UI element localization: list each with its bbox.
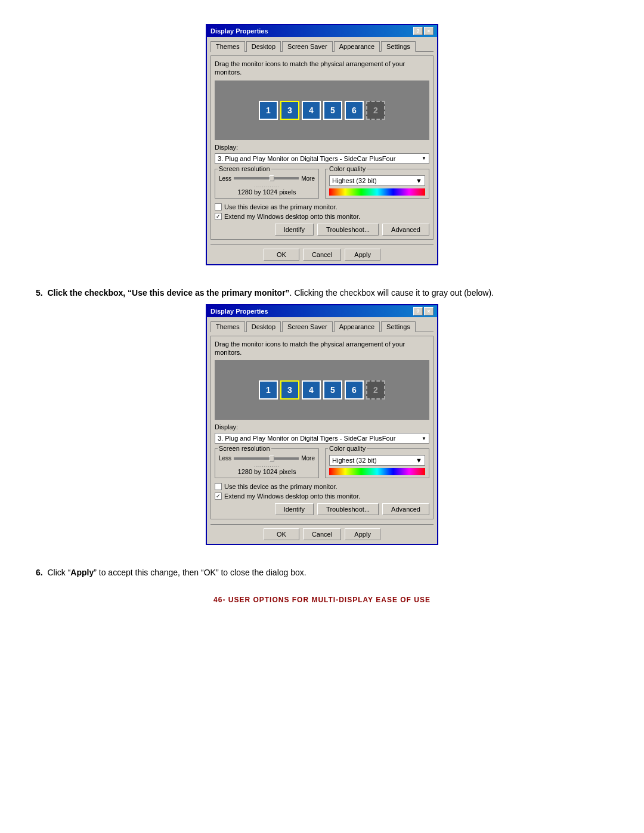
- dialog2-color-quality-value: Highest (32 bit): [332, 457, 377, 464]
- dialog2-tab-desktop[interactable]: Desktop: [246, 321, 281, 332]
- slider-track[interactable]: [234, 177, 299, 179]
- checkbox2-label: Extend my Windows desktop onto this moni…: [224, 213, 360, 220]
- bottom-button-row-2: OK Cancel Apply: [210, 524, 434, 540]
- dialog2-display-label: Display:: [215, 423, 429, 431]
- advanced-button-2[interactable]: Advanced: [382, 503, 429, 515]
- step5-bold: Click the checkbox, “Use this device as …: [47, 288, 289, 298]
- tab-screensaver[interactable]: Screen Saver: [282, 41, 333, 52]
- slider-dots: .............: [219, 183, 315, 188]
- checkbox1-row: Use this device as the primary monitor.: [215, 203, 429, 210]
- display-value: 3. Plug and Play Monitor on Digital Tige…: [218, 155, 395, 162]
- help-button[interactable]: ?: [413, 27, 423, 35]
- step6-prefix: Click “: [47, 568, 70, 577]
- resolution-content: Less More ............. 1280 by 1024 pix…: [219, 175, 315, 196]
- dialog2-tab-bar: Themes Desktop Screen Saver Appearance S…: [210, 321, 434, 332]
- dialog2-display-dropdown[interactable]: 3. Plug and Play Monitor on Digital Tige…: [215, 433, 429, 444]
- troubleshoot-button[interactable]: Troubleshoot...: [317, 224, 379, 236]
- resolution-text: 1280 by 1024 pixels: [219, 188, 315, 196]
- dialog2-primary-monitor-checkbox[interactable]: [215, 483, 222, 490]
- tab-settings[interactable]: Settings: [381, 41, 416, 52]
- dialog2-monitor-5[interactable]: 5: [323, 380, 342, 400]
- monitor-5[interactable]: 5: [323, 101, 342, 120]
- dialog2-troubleshoot-button[interactable]: Troubleshoot...: [317, 503, 379, 515]
- tab-appearance[interactable]: Appearance: [334, 41, 380, 52]
- cancel-button-2[interactable]: Cancel: [303, 528, 341, 540]
- dialog2-tab-themes[interactable]: Themes: [210, 321, 245, 332]
- monitor-area: 1 3 4 5 6 2: [215, 80, 429, 140]
- step5-normal: . Clicking the checkbox will cause it to…: [290, 288, 494, 298]
- dialog2-color-dropdown[interactable]: Highest (32 bit) ▼: [329, 455, 425, 466]
- page-content: Display Properties ? × Themes Desktop Sc…: [36, 24, 608, 604]
- dialog2-checkbox2-row: Extend my Windows desktop onto this moni…: [215, 493, 429, 500]
- tab-themes[interactable]: Themes: [210, 41, 245, 52]
- dialog2-monitor-3[interactable]: 3: [280, 380, 299, 400]
- monitor-4[interactable]: 4: [302, 101, 321, 120]
- dialog2-inner: Drag the monitor icons to match the phys…: [210, 336, 434, 520]
- ok-button-2[interactable]: OK: [264, 528, 299, 540]
- dialog2-monitor-2[interactable]: 2: [366, 380, 385, 400]
- color-bar: [329, 188, 425, 196]
- dialog2-tab-settings[interactable]: Settings: [381, 321, 416, 332]
- dialog2-display-value: 3. Plug and Play Monitor on Digital Tige…: [218, 435, 395, 442]
- dialog2-resolution-content: Less More ............. 1280 by 1024 pix…: [219, 455, 315, 475]
- dialog2-color-quality-content: Highest (32 bit) ▼: [329, 455, 425, 475]
- dialog2-slider-thumb[interactable]: [270, 456, 274, 462]
- color-dropdown[interactable]: Highest (32 bit) ▼: [329, 175, 425, 186]
- dialog1-body: Themes Desktop Screen Saver Appearance S…: [207, 37, 437, 264]
- dialog2-color-dropdown-arrow: ▼: [416, 457, 422, 464]
- close-button[interactable]: ×: [424, 27, 434, 35]
- extend-desktop-checkbox[interactable]: [215, 213, 222, 220]
- dialog1: Display Properties ? × Themes Desktop Sc…: [206, 24, 438, 265]
- dialog2-tab-screensaver[interactable]: Screen Saver: [282, 321, 333, 332]
- apply-button-1[interactable]: Apply: [345, 249, 380, 261]
- dialog1-inner: Drag the monitor icons to match the phys…: [210, 55, 434, 240]
- monitor-6[interactable]: 6: [345, 101, 364, 120]
- dialog2-monitor-6[interactable]: 6: [345, 380, 364, 400]
- cancel-button-1[interactable]: Cancel: [303, 249, 341, 261]
- monitor-3[interactable]: 3: [280, 101, 299, 120]
- dialog2-resolution-less: Less: [219, 455, 231, 462]
- button-row-1: Identify Troubleshoot... Advanced: [215, 224, 429, 236]
- titlebar-buttons: ? ×: [413, 27, 434, 35]
- dialog2-screen-resolution-label: Screen resolution: [218, 445, 271, 452]
- dialog2-container: Display Properties ? × Themes Desktop Sc…: [36, 304, 608, 546]
- dialog2-identify-button[interactable]: Identify: [275, 503, 314, 515]
- dialog2-extend-desktop-checkbox[interactable]: [215, 493, 222, 500]
- dropdown-arrow: ▼: [422, 156, 426, 161]
- dialog2-close-button[interactable]: ×: [424, 307, 434, 315]
- color-quality-content: Highest (32 bit) ▼: [329, 175, 425, 196]
- dialog2-titlebar-buttons: ? ×: [413, 307, 434, 315]
- step6-suffix: ” to accept this change, then “OK” to cl…: [94, 568, 306, 577]
- dialog2-color-quality-group: Color quality Highest (32 bit) ▼: [325, 448, 429, 478]
- primary-monitor-checkbox[interactable]: [215, 203, 222, 210]
- dialog2-help-button[interactable]: ?: [413, 307, 423, 315]
- dialog2-monitor-4[interactable]: 4: [302, 380, 321, 400]
- dialog2-monitor-1[interactable]: 1: [259, 380, 278, 400]
- dialog2-screen-resolution-group: Screen resolution Less More ............: [215, 448, 319, 478]
- dialog2-dropdown-arrow: ▼: [422, 436, 426, 441]
- dialog2-tab-appearance[interactable]: Appearance: [334, 321, 380, 332]
- step6-number: 6.: [36, 568, 43, 577]
- dialog2-monitor-area: 1 3 4 5 6 2: [215, 360, 429, 420]
- monitor-1[interactable]: 1: [259, 101, 278, 120]
- dialog2-resolution-text: 1280 by 1024 pixels: [219, 468, 315, 475]
- advanced-button-1[interactable]: Advanced: [382, 224, 429, 236]
- dialog2-drag-instruction: Drag the monitor icons to match the phys…: [215, 340, 429, 357]
- bottom-button-row-1: OK Cancel Apply: [210, 244, 434, 261]
- dialog2: Display Properties ? × Themes Desktop Sc…: [206, 304, 438, 546]
- display-dropdown[interactable]: 3. Plug and Play Monitor on Digital Tige…: [215, 153, 429, 164]
- dialog2-slider-container: Less More: [219, 455, 315, 462]
- slider-thumb[interactable]: [270, 175, 274, 181]
- dialog1-container: Display Properties ? × Themes Desktop Sc…: [36, 24, 608, 265]
- dialog1-title: Display Properties: [210, 27, 268, 35]
- apply-button-2[interactable]: Apply: [345, 528, 380, 540]
- dialog2-button-row: Identify Troubleshoot... Advanced: [215, 503, 429, 515]
- dialog2-titlebar: Display Properties ? ×: [207, 305, 437, 317]
- identify-button[interactable]: Identify: [275, 224, 314, 236]
- dialog2-title: Display Properties: [210, 308, 268, 315]
- monitor-2[interactable]: 2: [366, 101, 385, 120]
- dialog2-slider-track[interactable]: [234, 457, 299, 460]
- ok-button-1[interactable]: OK: [264, 249, 299, 261]
- tab-desktop[interactable]: Desktop: [246, 41, 281, 52]
- screen-resolution-group: Screen resolution Less More ............: [215, 169, 319, 199]
